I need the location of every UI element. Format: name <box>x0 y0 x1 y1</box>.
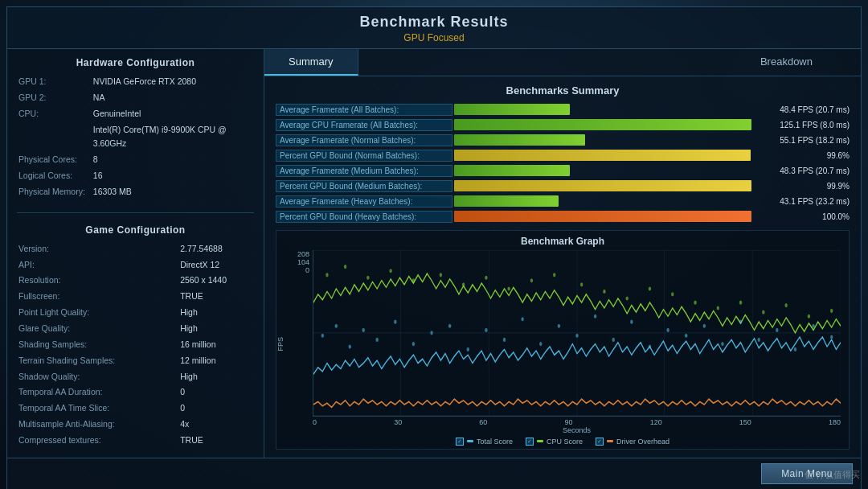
benchmark-row: Average Framerate (All Batches): 48.4 FP… <box>276 103 850 116</box>
header-subtitle: GPU Focused <box>7 32 861 43</box>
bench-row-value: 55.1 FPS (18.2 ms) <box>753 136 850 145</box>
hardware-label: Physical Memory: <box>18 185 92 199</box>
svg-point-32 <box>721 342 723 346</box>
svg-point-48 <box>530 278 533 282</box>
bench-bar-container <box>454 150 751 161</box>
benchmark-row: Average CPU Framerate (All Batches): 125… <box>276 118 850 131</box>
game-value: 16 million <box>180 338 252 352</box>
svg-point-50 <box>580 282 583 286</box>
bench-bar-container <box>454 119 751 130</box>
game-info-row: API:DirectX 12 <box>18 258 252 273</box>
game-value: 2560 x 1440 <box>180 273 252 288</box>
y-min-label: 0 <box>305 266 309 274</box>
game-info-row: Point Light Quality:High <box>18 306 252 320</box>
svg-point-29 <box>666 328 669 332</box>
y-mid-label: 104 <box>297 258 309 266</box>
bench-bar <box>454 134 585 146</box>
game-info-row: Version:2.77.54688 <box>18 242 252 257</box>
svg-point-59 <box>784 303 787 307</box>
bench-bar <box>454 180 751 191</box>
svg-point-10 <box>335 324 338 328</box>
game-value: 12 million <box>180 354 252 368</box>
game-value: DirectX 12 <box>180 258 252 273</box>
game-label: Point Light Quality: <box>18 306 178 320</box>
benchmark-row: Percent GPU Bound (Medium Batches): 99.9… <box>276 179 850 192</box>
benchmarks-title: Benchmarks Summary <box>276 84 850 97</box>
graph-title: Benchmark Graph <box>285 236 841 247</box>
game-config-table: Version:2.77.54688API:DirectX 12Resoluti… <box>17 240 254 450</box>
game-info-row: Temporal AA Duration:0 <box>18 385 252 400</box>
header: Benchmark Results GPU Focused <box>6 6 862 48</box>
legend-checkbox[interactable]: ✓ <box>526 438 534 446</box>
bench-bar-container <box>454 165 751 176</box>
svg-point-18 <box>467 347 469 351</box>
hardware-info-row: Intel(R) Core(TM) i9-9900K CPU @ 3.60GHz <box>18 123 252 152</box>
watermark: 值 什么值得买 <box>805 469 860 481</box>
game-label: Resolution: <box>18 273 178 288</box>
game-info-row: Compressed textures:TRUE <box>18 434 252 448</box>
svg-point-25 <box>594 314 596 318</box>
hardware-info-row: Physical Memory:16303 MB <box>18 185 252 199</box>
svg-point-39 <box>326 273 328 277</box>
bench-bar <box>454 165 570 176</box>
legend-checkbox[interactable]: ✓ <box>596 438 604 446</box>
hardware-value: GenuineIntel <box>93 107 252 121</box>
bench-row-value: 100.0% <box>753 212 850 221</box>
game-value: 0 <box>180 401 252 416</box>
svg-point-34 <box>758 338 760 342</box>
svg-point-35 <box>776 328 778 332</box>
bench-bar-container <box>454 211 751 222</box>
graph-legend: ✓ Total Score ✓ CPU Score ✓ Driver Overh… <box>285 438 841 446</box>
bench-bar-container <box>454 180 751 191</box>
svg-point-44 <box>440 273 442 277</box>
game-label: Glare Quality: <box>18 322 178 336</box>
svg-point-61 <box>830 309 833 313</box>
legend-item: ✓ Total Score <box>456 438 513 446</box>
legend-label: Total Score <box>477 438 513 446</box>
svg-point-56 <box>717 306 719 310</box>
game-info-row: Resolution:2560 x 1440 <box>18 273 252 288</box>
svg-point-16 <box>430 331 432 335</box>
svg-point-20 <box>503 338 506 342</box>
svg-point-55 <box>694 301 696 305</box>
game-label: Version: <box>18 242 178 257</box>
svg-point-41 <box>366 276 369 280</box>
x-axis-label: 60 <box>479 418 487 426</box>
bench-row-label: Percent GPU Bound (Normal Batches): <box>276 150 452 162</box>
hardware-info-row: GPU 2:NA <box>18 91 252 105</box>
y-axis: 208 104 0 <box>285 250 313 274</box>
legend-item: ✓ CPU Score <box>526 438 583 446</box>
tab-summary[interactable]: Summary <box>264 49 358 76</box>
y-max-label: 208 <box>297 250 309 258</box>
hardware-info-row: GPU 1:NVIDIA GeForce RTX 2080 <box>18 75 252 89</box>
hardware-value: NVIDIA GeForce RTX 2080 <box>93 75 252 89</box>
bench-row-label: Average CPU Framerate (All Batches): <box>276 119 452 131</box>
game-value: High <box>180 306 252 320</box>
bench-row-label: Average Framerate (Heavy Batches): <box>276 195 452 208</box>
x-axis-label: 120 <box>650 418 662 426</box>
game-info-row: Temporal AA Time Slice:0 <box>18 401 252 416</box>
hardware-info-row: CPU:GenuineIntel <box>18 107 252 121</box>
bench-bar-container <box>454 104 751 115</box>
svg-point-46 <box>485 276 487 280</box>
legend-checkbox[interactable]: ✓ <box>456 438 464 446</box>
graph-wrapper: 208 104 0 FPS <box>285 250 841 417</box>
bench-bar-container <box>454 134 751 146</box>
tab-breakdown[interactable]: Breakdown <box>712 49 861 76</box>
svg-point-37 <box>812 324 814 328</box>
game-value: 4x <box>180 417 252 432</box>
hardware-value: 16 <box>93 169 252 183</box>
svg-point-21 <box>521 317 523 321</box>
svg-point-19 <box>485 328 487 332</box>
content-area: Hardware Configuration GPU 1:NVIDIA GeFo… <box>6 48 862 458</box>
svg-point-52 <box>626 296 628 300</box>
svg-point-53 <box>649 286 651 290</box>
x-axis-label: 0 <box>313 418 317 426</box>
svg-point-51 <box>603 290 605 294</box>
svg-point-43 <box>412 278 415 282</box>
hardware-label: Logical Cores: <box>18 169 92 183</box>
svg-point-40 <box>344 265 346 269</box>
bench-bar <box>454 195 559 207</box>
bench-row-value: 99.9% <box>753 182 850 191</box>
game-label: Multisample Anti-Aliasing: <box>18 417 178 432</box>
